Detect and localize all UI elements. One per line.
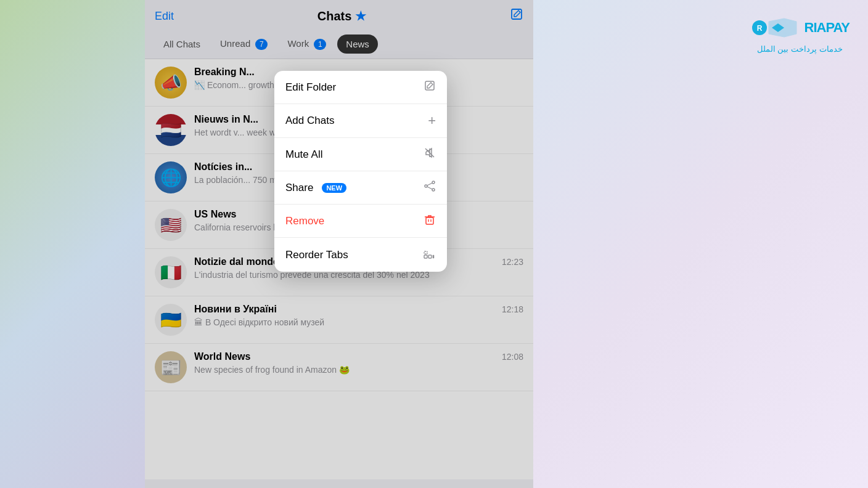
riapay-logo: R RIAPAY <box>750 12 850 43</box>
svg-line-6 <box>427 183 432 185</box>
riapay-logo-area: R RIAPAY خدمات پرداخت بین الملل <box>750 12 850 54</box>
riapay-tagline: خدمات پرداخت بین الملل <box>757 44 843 54</box>
svg-rect-13 <box>428 255 432 258</box>
svg-rect-8 <box>426 218 433 224</box>
share-label: Share <box>285 182 313 194</box>
svg-point-5 <box>432 189 435 191</box>
menu-item-reorder-tabs[interactable]: Reorder Tabs <box>274 238 447 272</box>
bg-right-panel <box>504 0 868 488</box>
svg-rect-1 <box>425 81 434 90</box>
svg-rect-12 <box>424 255 427 258</box>
svg-point-3 <box>425 185 427 187</box>
edit-folder-icon <box>424 79 436 95</box>
phone-frame: Edit Chats ★ All Chats Unread 7 Work 1 N… <box>145 0 533 488</box>
mute-all-label: Mute All <box>285 148 322 161</box>
edit-folder-label: Edit Folder <box>285 81 336 94</box>
menu-item-remove[interactable]: Remove <box>274 205 447 238</box>
svg-line-7 <box>427 187 432 189</box>
add-chats-label: Add Chats <box>285 115 334 127</box>
svg-text:R: R <box>756 24 762 33</box>
svg-rect-14 <box>433 255 434 258</box>
svg-point-4 <box>432 181 435 184</box>
context-menu: Edit Folder Add Chats + Mute All <box>274 71 447 272</box>
menu-item-add-chats[interactable]: Add Chats + <box>274 104 447 138</box>
share-icon <box>424 180 436 195</box>
svg-rect-15 <box>424 251 427 254</box>
new-badge: NEW <box>322 183 346 193</box>
menu-item-share[interactable]: Share NEW <box>274 171 447 205</box>
menu-item-mute-all[interactable]: Mute All <box>274 138 447 171</box>
remove-icon <box>424 213 436 229</box>
riapay-name: RIAPAY <box>805 20 850 36</box>
menu-item-edit-folder[interactable]: Edit Folder <box>274 71 447 104</box>
reorder-tabs-label: Reorder Tabs <box>285 249 348 261</box>
riapay-icon: R <box>750 12 800 43</box>
add-chats-icon: + <box>428 113 436 129</box>
reorder-tabs-icon <box>422 246 436 263</box>
mute-all-icon <box>424 147 436 162</box>
remove-label: Remove <box>285 215 324 227</box>
